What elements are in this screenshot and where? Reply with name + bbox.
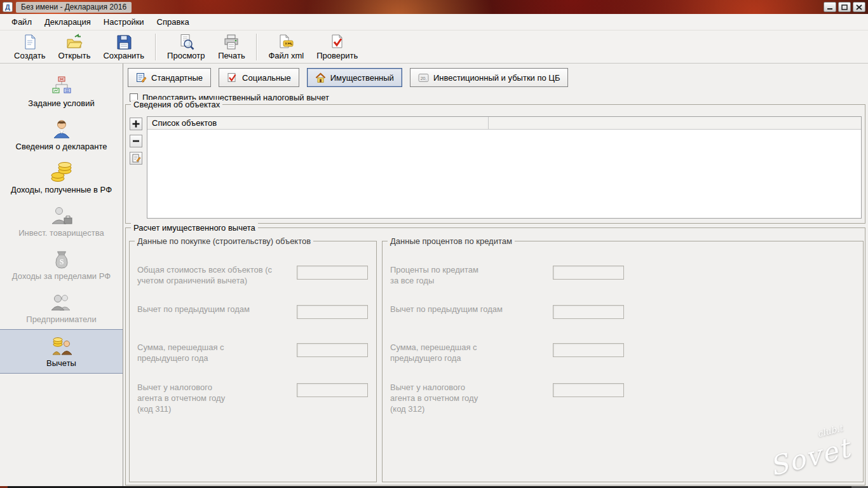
money-bag-icon: S <box>51 248 72 269</box>
objects-group: Сведения об объектах Сп <box>125 104 865 224</box>
menu-bar: Файл Декларация Настройки Справка <box>0 14 868 30</box>
prior-years-deduction-label: Вычет по предыдущим годам <box>137 304 295 315</box>
carryover-sum-input[interactable] <box>297 343 368 357</box>
field-row: Вычет по предыдущим годам <box>390 304 857 339</box>
sidebar-item-label: Предприниматели <box>26 315 96 324</box>
menu-declaration[interactable]: Декларация <box>38 15 97 29</box>
save-button[interactable]: Сохранить <box>97 32 151 62</box>
agent-deduction-312-input[interactable] <box>553 383 624 397</box>
window-controls <box>822 2 865 12</box>
deductions-icon <box>50 335 73 356</box>
tab-label: Стандартные <box>151 73 203 83</box>
purchase-data-title: Данные по покупке (строительству) объект… <box>135 236 313 246</box>
app-icon: Д <box>3 2 13 12</box>
svg-text:Д: Д <box>5 3 10 11</box>
maximize-button[interactable] <box>838 2 851 12</box>
xml-file-icon <box>278 34 294 50</box>
sidebar-item-label: Доходы за пределами РФ <box>12 271 111 281</box>
close-button[interactable] <box>853 2 865 12</box>
sidebar-item-declarant[interactable]: Сведения о декларанте <box>0 113 123 156</box>
menu-help[interactable]: Справка <box>151 15 196 29</box>
invest-partnership-icon <box>50 205 73 226</box>
credit-interest-input[interactable] <box>553 266 624 280</box>
open-button[interactable]: Открыть <box>51 32 97 62</box>
purchase-data-group: Данные по покупке (строительству) объект… <box>129 241 377 482</box>
credit-interest-title: Данные процентов по кредитам <box>388 236 515 246</box>
conditions-icon <box>51 75 72 97</box>
field-row: Общая стоимость всех объектов (с учетом … <box>137 264 370 300</box>
check-document-icon <box>329 34 346 50</box>
print-button[interactable]: Печать <box>211 32 252 62</box>
objects-group-title: Сведения об объектах <box>131 100 222 109</box>
credit-interest-group: Данные процентов по кредитам Проценты по… <box>382 241 864 482</box>
objects-list-body[interactable] <box>147 130 861 218</box>
property-house-icon <box>315 72 326 83</box>
open-button-label: Открыть <box>58 51 90 60</box>
credit-prior-years-deduction-label: Вычет по предыдущим годам <box>390 304 548 315</box>
sidebar-item-label: Сведения о декларанте <box>16 142 107 151</box>
sidebar-item-label: Доходы, полученные в РФ <box>11 185 112 194</box>
open-folder-icon <box>66 34 83 50</box>
sidebar-item-label: Инвест. товарищества <box>18 228 104 238</box>
field-row: Сумма, перешедшая с предыдущего года <box>137 342 370 377</box>
agent-deduction-311-input[interactable] <box>297 383 368 397</box>
credit-prior-years-deduction-input[interactable] <box>553 305 624 319</box>
save-floppy-icon <box>116 34 132 50</box>
tab-label: Инвестиционный и убытки по ЦБ <box>433 73 560 83</box>
objects-list-header[interactable]: Список объектов <box>147 117 489 129</box>
toolbar: Создать Открыть Сохранить <box>0 30 868 64</box>
xml-button[interactable]: Файл xml <box>262 32 310 62</box>
entrepreneurs-icon <box>50 291 73 313</box>
declarant-icon <box>51 118 72 140</box>
menu-settings[interactable]: Настройки <box>97 15 151 29</box>
menu-file[interactable]: Файл <box>5 15 38 29</box>
main-content: Стандартные Социальные <box>124 64 868 486</box>
svg-text:S: S <box>59 257 64 266</box>
prior-years-deduction-input[interactable] <box>297 305 368 319</box>
tab-bar: Стандартные Социальные <box>128 68 568 87</box>
tab-social[interactable]: Социальные <box>219 68 299 87</box>
coins-icon <box>50 161 74 183</box>
create-button[interactable]: Создать <box>8 32 51 62</box>
sidebar-item-entrepreneurs: Предприниматели <box>0 286 123 329</box>
tab-standard[interactable]: Стандартные <box>128 68 211 87</box>
create-button-label: Создать <box>14 51 45 60</box>
deduction-calc-title: Расчет имущественного вычета <box>131 223 258 233</box>
edit-object-button[interactable] <box>130 152 142 165</box>
total-cost-input[interactable] <box>297 266 368 280</box>
field-row: Вычет у налогового агента в отчетном год… <box>390 382 857 417</box>
sidebar-item-incomes-rf[interactable]: Доходы, полученные в РФ <box>0 156 123 200</box>
window-title: Без имени - Декларация 2016 <box>16 2 132 13</box>
remove-object-button[interactable] <box>130 135 142 147</box>
carryover-sum-label: Сумма, перешедшая с предыдущего года <box>137 342 295 363</box>
total-cost-label: Общая стоимость всех объектов (с учетом … <box>137 264 295 286</box>
sidebar-item-label: Задание условий <box>28 98 94 108</box>
toolbar-separator <box>256 34 257 60</box>
deduction-calc-group: Расчет имущественного вычета Данные по п… <box>125 227 865 485</box>
objects-list: Список объектов <box>147 116 862 219</box>
objects-list-header-row: Список объектов <box>147 117 861 130</box>
titlebar: Д Без имени - Декларация 2016 <box>0 0 868 14</box>
toolbar-separator <box>155 34 156 60</box>
preview-button-label: Просмотр <box>167 51 205 60</box>
sidebar-item-label: Вычеты <box>46 358 76 368</box>
print-button-label: Печать <box>218 51 245 60</box>
objects-toolbar <box>130 118 142 165</box>
tab-property[interactable]: Имущественный <box>307 68 402 87</box>
social-deductions-icon <box>227 72 238 83</box>
svg-text:20,: 20, <box>421 76 427 80</box>
check-button[interactable]: Проверить <box>310 32 364 62</box>
add-object-button[interactable] <box>130 118 142 130</box>
preview-button[interactable]: Просмотр <box>161 32 211 62</box>
sidebar-item-deductions[interactable]: Вычеты <box>0 329 123 374</box>
check-button-label: Проверить <box>316 51 358 60</box>
minimize-button[interactable] <box>824 2 836 12</box>
save-button-label: Сохранить <box>103 51 144 60</box>
objects-list-header-secondary[interactable] <box>489 117 861 129</box>
credit-carryover-sum-input[interactable] <box>553 343 624 357</box>
tab-investment[interactable]: 20, Инвестиционный и убытки по ЦБ <box>410 68 569 87</box>
print-preview-icon <box>178 34 194 50</box>
standard-deductions-icon <box>136 72 147 83</box>
field-row: Проценты по кредитам за все годы <box>390 264 857 300</box>
sidebar-item-conditions[interactable]: Задание условий <box>0 70 123 113</box>
